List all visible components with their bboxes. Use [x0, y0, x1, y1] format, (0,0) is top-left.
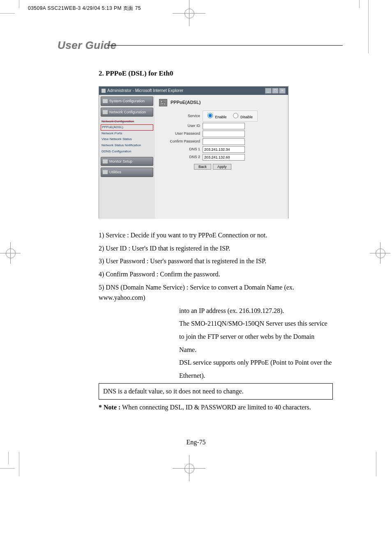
footnote: * Note : When connecting DSL, ID & PASSW…	[99, 402, 333, 413]
sidebar-item-label: Network Configuration	[109, 109, 146, 115]
dns1-input[interactable]	[203, 146, 245, 153]
crop-mark	[19, 0, 19, 8]
confirm-password-label: Confirm Password	[159, 138, 200, 144]
title-rule	[107, 45, 343, 46]
explain-4: 4) Confirm Password : Confirm the passwo…	[99, 269, 333, 280]
sidebar-system-config[interactable]: System Configuration	[101, 97, 153, 106]
crop-mark	[0, 13, 15, 14]
monitor-icon	[103, 159, 108, 163]
screenshot: Administrator - Microsoft Internet Explo…	[99, 86, 288, 218]
crop-mark	[0, 468, 15, 469]
dns-note-box: DNS is a default value, so it does not n…	[99, 383, 333, 400]
disable-radio[interactable]	[233, 113, 238, 118]
maximize-button[interactable]: □	[272, 88, 279, 94]
sidebar-item-label: Monitor Setup	[109, 159, 132, 164]
minimize-button[interactable]: _	[265, 88, 272, 94]
sidebar-monitor-setup[interactable]: Monitor Setup	[101, 157, 153, 166]
explain-5e: DSL service supports only PPPoE (Point t…	[179, 357, 333, 368]
explain-5a: into an IP address (ex. 216.109.127.28).	[179, 306, 333, 316]
window-title: Administrator - Microsoft Internet Explo…	[107, 87, 183, 94]
network-icon	[159, 99, 167, 106]
panel-title: PPPoE(ADSL)	[159, 99, 284, 106]
registration-mark	[184, 9, 194, 18]
sidebar: System Configuration Network Configurati…	[99, 95, 155, 219]
user-id-label: User ID	[159, 123, 200, 129]
subnav-item-selected[interactable]: PPPoE(ADSL)	[101, 124, 153, 131]
user-id-input[interactable]	[203, 123, 245, 129]
window-titlebar: Administrator - Microsoft Internet Explo…	[99, 87, 288, 95]
sidebar-utilities[interactable]: Utilities	[101, 168, 153, 177]
explain-1: 1) Service : Decide if you want to try P…	[99, 230, 333, 241]
dns1-label: DNS 1	[159, 146, 200, 152]
subnav-item[interactable]: DDNS Configuration	[101, 149, 152, 155]
dns2-input[interactable]	[203, 154, 245, 161]
print-header: 03509A SSC21WEB-3 4/29/04 5:13 PM 页面 75	[28, 5, 141, 12]
disable-label: Disable	[240, 115, 253, 119]
sidebar-subnav: Network Configuration PPPoE(ADSL) Networ…	[101, 118, 153, 155]
service-label: Service	[159, 113, 200, 119]
note-text: When connecting DSL, ID & PASSWORD are l…	[120, 404, 311, 411]
explain-5d: Name.	[179, 345, 333, 355]
crop-mark	[376, 452, 376, 476]
explanation-list: 1) Service : Decide if you want to try P…	[99, 230, 333, 412]
explain-5: 5) DNS (Domain Name Service) : Service t…	[99, 282, 333, 303]
subnav-item[interactable]: Network Status Notification	[101, 143, 152, 149]
dns2-label: DNS 2	[159, 154, 200, 160]
svg-rect-1	[164, 103, 166, 105]
crop-mark	[368, 0, 369, 53]
registration-mark	[6, 248, 16, 258]
close-button[interactable]: ×	[279, 88, 286, 94]
main-panel: PPPoE(ADSL) Service Enable Disable User …	[155, 95, 288, 219]
sidebar-item-label: Utilities	[109, 169, 121, 175]
user-password-label: User Password	[159, 131, 200, 136]
note-label: * Note :	[99, 404, 120, 411]
panel-title-text: PPPoE(ADSL)	[171, 99, 201, 106]
subnav-item[interactable]: View Network Status	[101, 136, 152, 143]
sidebar-item-label: System Configuration	[109, 98, 145, 104]
apply-button[interactable]: Apply	[213, 164, 231, 170]
enable-label: Enable	[215, 115, 227, 119]
page-number: Eng-75	[0, 439, 392, 446]
subnav-item[interactable]: Network Configuration	[101, 119, 152, 125]
service-radio-group: Enable Disable	[203, 110, 258, 121]
svg-rect-0	[161, 101, 163, 102]
monitor-icon	[103, 99, 108, 103]
network-icon	[103, 110, 108, 114]
page-body: 2. PPPoE (DSL) for Eth0 Administrator - …	[99, 68, 333, 415]
explain-2: 2) User ID : User's ID that is registere…	[99, 243, 333, 254]
user-password-input[interactable]	[203, 131, 245, 137]
wrench-icon	[103, 170, 108, 174]
subnav-item[interactable]: Network Ports	[101, 131, 152, 137]
crop-mark	[8, 452, 9, 464]
explain-5f: Ethernet).	[179, 370, 333, 381]
back-button[interactable]: Back	[194, 164, 211, 170]
registration-mark	[376, 248, 385, 258]
app-icon	[101, 89, 106, 93]
registration-mark	[184, 464, 194, 474]
explain-5b: The SMO-211QN/SMO-150QN Server uses this…	[179, 318, 333, 329]
crop-mark	[359, 0, 360, 8]
explain-3: 3) User Password : User's password that …	[99, 256, 333, 267]
enable-radio[interactable]	[208, 113, 213, 118]
explain-5c: to join the FTP server or other webs by …	[179, 331, 333, 342]
heading: 2. PPPoE (DSL) for Eth0	[99, 68, 333, 79]
confirm-password-input[interactable]	[203, 138, 245, 145]
sidebar-network-config[interactable]: Network Configuration	[101, 108, 153, 117]
crop-mark	[19, 452, 19, 476]
